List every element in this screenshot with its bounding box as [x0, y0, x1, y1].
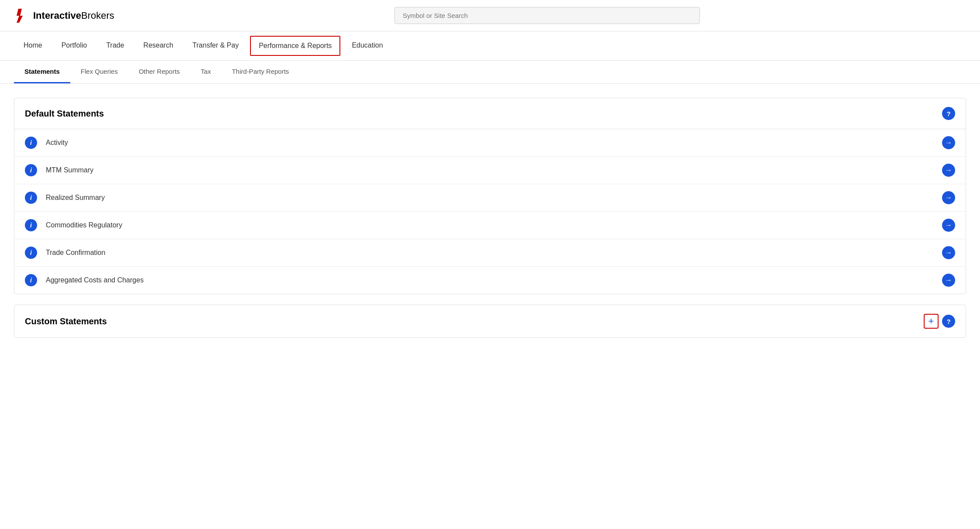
custom-statements-section: Custom Statements + ? — [14, 305, 966, 338]
aggregated-label: Aggregated Costs and Charges — [46, 276, 933, 284]
mtm-info-icon[interactable]: i — [25, 164, 37, 176]
table-row: i Aggregated Costs and Charges → — [14, 267, 966, 294]
tabs: Statements Flex Queries Other Reports Ta… — [0, 61, 980, 84]
default-statements-header: Default Statements ? — [14, 98, 966, 129]
activity-label: Activity — [46, 139, 933, 147]
tab-statements[interactable]: Statements — [14, 61, 70, 83]
aggregated-info-icon[interactable]: i — [25, 274, 37, 286]
nav-trade[interactable]: Trade — [96, 34, 134, 58]
trade-conf-arrow-button[interactable]: → — [942, 246, 955, 259]
commodities-label: Commodities Regulatory — [46, 221, 933, 229]
tab-third-party-reports[interactable]: Third-Party Reports — [221, 61, 299, 83]
tab-flex-queries[interactable]: Flex Queries — [70, 61, 128, 83]
activity-info-icon[interactable]: i — [25, 137, 37, 149]
main-nav: Home Portfolio Trade Research Transfer &… — [0, 31, 980, 61]
realized-info-icon[interactable]: i — [25, 192, 37, 204]
nav-performance-reports[interactable]: Performance & Reports — [250, 36, 340, 56]
commodities-info-icon[interactable]: i — [25, 219, 37, 231]
table-row: i Activity → — [14, 129, 966, 157]
search-bar[interactable] — [394, 7, 700, 24]
custom-header-actions: + ? — [924, 314, 955, 329]
trade-conf-info-icon[interactable]: i — [25, 247, 37, 259]
logo-icon — [14, 8, 30, 24]
trade-conf-label: Trade Confirmation — [46, 249, 933, 257]
mtm-arrow-button[interactable]: → — [942, 164, 955, 177]
aggregated-arrow-button[interactable]: → — [942, 274, 955, 287]
custom-statements-title: Custom Statements — [25, 316, 107, 326]
svg-marker-0 — [17, 9, 23, 23]
logo-text: InteractiveBrokers — [33, 10, 114, 21]
nav-portfolio[interactable]: Portfolio — [52, 34, 97, 58]
table-row: i MTM Summary → — [14, 157, 966, 184]
nav-research[interactable]: Research — [134, 34, 183, 58]
logo: InteractiveBrokers — [14, 8, 114, 24]
nav-transfer-pay[interactable]: Transfer & Pay — [183, 34, 248, 58]
nav-education[interactable]: Education — [342, 34, 392, 58]
main-content: Default Statements ? i Activity → i MTM … — [0, 84, 980, 362]
table-row: i Trade Confirmation → — [14, 239, 966, 267]
tab-tax[interactable]: Tax — [190, 61, 221, 83]
nav-home[interactable]: Home — [14, 34, 52, 58]
realized-label: Realized Summary — [46, 194, 933, 202]
tab-other-reports[interactable]: Other Reports — [128, 61, 190, 83]
default-statements-section: Default Statements ? i Activity → i MTM … — [14, 98, 966, 294]
activity-arrow-button[interactable]: → — [942, 136, 955, 149]
default-statements-help-button[interactable]: ? — [942, 107, 955, 120]
table-row: i Realized Summary → — [14, 184, 966, 212]
mtm-label: MTM Summary — [46, 166, 933, 174]
header: InteractiveBrokers — [0, 0, 980, 31]
commodities-arrow-button[interactable]: → — [942, 219, 955, 232]
realized-arrow-button[interactable]: → — [942, 191, 955, 204]
add-custom-statement-button[interactable]: + — [924, 314, 939, 329]
custom-statements-help-button[interactable]: ? — [942, 315, 955, 328]
search-input[interactable] — [394, 7, 700, 24]
custom-statements-header: Custom Statements + ? — [14, 305, 966, 337]
table-row: i Commodities Regulatory → — [14, 212, 966, 239]
default-statements-title: Default Statements — [25, 109, 104, 119]
